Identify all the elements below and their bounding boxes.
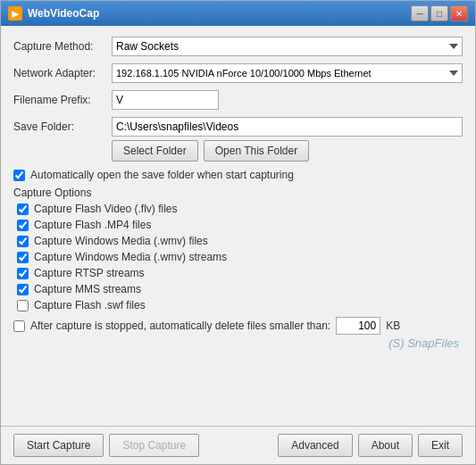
cb-swf-checkbox[interactable] — [17, 300, 29, 311]
after-capture-row: After capture is stopped, automatically … — [13, 317, 463, 335]
select-folder-button[interactable]: Select Folder — [112, 140, 198, 162]
cb-mms-checkbox[interactable] — [17, 284, 29, 295]
minimize-button[interactable]: ─ — [411, 5, 429, 21]
open-folder-button[interactable]: Open This Folder — [204, 140, 310, 162]
after-capture-checkbox[interactable] — [13, 320, 25, 332]
maximize-button[interactable]: □ — [430, 5, 448, 21]
cb-wmv-files-row: Capture Windows Media (.wmv) files — [17, 235, 463, 247]
save-folder-label: Save Folder: — [13, 120, 112, 133]
bottom-bar: Start Capture Stop Capture Advanced Abou… — [1, 426, 475, 464]
cb-swf-row: Capture Flash .swf files — [17, 299, 463, 311]
cb-rtsp-label: Capture RTSP streams — [34, 267, 145, 279]
cb-wmv-streams-row: Capture Windows Media (.wmv) streams — [17, 251, 463, 263]
cb-rtsp-checkbox[interactable] — [17, 268, 29, 279]
save-folder-row: Save Folder: — [13, 117, 463, 137]
cb-mms-row: Capture MMS streams — [17, 283, 463, 295]
cb-flv-row: Capture Flash Video (.flv) files — [17, 203, 463, 215]
cb-mp4-checkbox[interactable] — [17, 220, 29, 231]
cb-rtsp-row: Capture RTSP streams — [17, 267, 463, 279]
size-unit-label: KB — [386, 320, 400, 332]
advanced-button[interactable]: Advanced — [278, 434, 352, 457]
auto-open-checkbox[interactable] — [13, 170, 25, 181]
cb-swf-label: Capture Flash .swf files — [34, 299, 146, 311]
auto-open-row: Automatically open the save folder when … — [13, 169, 463, 181]
capture-options-list: Capture Flash Video (.flv) files Capture… — [17, 203, 463, 315]
window-title: WebVideoCap — [28, 7, 411, 20]
cb-wmv-files-label: Capture Windows Media (.wmv) files — [34, 235, 208, 247]
network-adapter-row: Network Adapter: 192.168.1.105 NVIDIA nF… — [13, 63, 463, 83]
filename-prefix-row: Filename Prefix: — [13, 90, 463, 110]
stop-capture-button[interactable]: Stop Capture — [109, 434, 199, 457]
main-content: Capture Method: Raw Sockets Network Adap… — [1, 26, 475, 426]
cb-flv-checkbox[interactable] — [17, 203, 29, 215]
title-bar-controls: ─ □ ✕ — [411, 5, 468, 21]
capture-options-title: Capture Options — [13, 187, 463, 199]
exit-button[interactable]: Exit — [418, 434, 463, 457]
capture-method-row: Capture Method: Raw Sockets — [13, 37, 463, 56]
watermark: (S) SnapFiles — [13, 336, 463, 350]
cb-flv-label: Capture Flash Video (.flv) files — [34, 203, 178, 215]
cb-wmv-streams-checkbox[interactable] — [17, 252, 29, 263]
app-icon: ▶ — [8, 6, 22, 21]
network-adapter-label: Network Adapter: — [13, 67, 112, 79]
after-capture-label: After capture is stopped, automatically … — [30, 320, 330, 332]
cb-mp4-row: Capture Flash .MP4 files — [17, 219, 463, 231]
close-button[interactable]: ✕ — [450, 5, 468, 21]
capture-method-control: Raw Sockets — [112, 37, 463, 56]
capture-method-label: Capture Method: — [13, 40, 112, 53]
network-adapter-select[interactable]: 192.168.1.105 NVIDIA nForce 10/100/1000 … — [112, 63, 463, 83]
cb-wmv-streams-label: Capture Windows Media (.wmv) streams — [34, 251, 227, 263]
folder-buttons: Select Folder Open This Folder — [112, 140, 463, 162]
start-capture-button[interactable]: Start Capture — [13, 434, 104, 457]
main-window: ▶ WebVideoCap ─ □ ✕ Capture Method: Raw … — [0, 0, 476, 465]
min-size-input[interactable] — [336, 317, 380, 335]
about-button[interactable]: About — [358, 434, 413, 457]
capture-method-select[interactable]: Raw Sockets — [112, 37, 463, 56]
filename-prefix-label: Filename Prefix: — [13, 94, 112, 106]
cb-wmv-files-checkbox[interactable] — [17, 236, 29, 247]
save-folder-input[interactable] — [112, 117, 463, 137]
auto-open-label: Automatically open the save folder when … — [30, 169, 294, 181]
filename-prefix-input[interactable] — [112, 90, 219, 110]
title-bar: ▶ WebVideoCap ─ □ ✕ — [1, 1, 475, 26]
cb-mms-label: Capture MMS streams — [34, 283, 141, 295]
network-adapter-control: 192.168.1.105 NVIDIA nForce 10/100/1000 … — [112, 63, 463, 83]
cb-mp4-label: Capture Flash .MP4 files — [34, 219, 151, 231]
